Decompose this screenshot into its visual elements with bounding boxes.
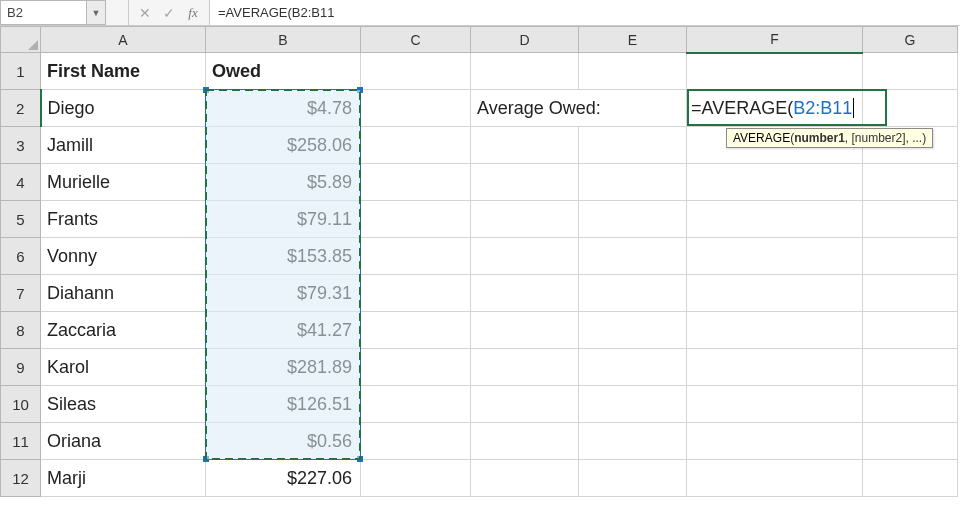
cell-C10[interactable] (361, 386, 471, 423)
cell-F5[interactable] (687, 201, 863, 238)
col-header-F[interactable]: F (687, 27, 863, 53)
row-header-1[interactable]: 1 (1, 53, 41, 90)
cell-F2[interactable]: =AVERAGE(B2:B11 (687, 90, 863, 127)
cell-E1[interactable] (579, 53, 687, 90)
cell-B8[interactable]: $41.27 (206, 312, 361, 349)
cell-A6[interactable]: Vonny (41, 238, 206, 275)
row-header-6[interactable]: 6 (1, 238, 41, 275)
col-header-A[interactable]: A (41, 27, 206, 53)
cell-A1[interactable]: First Name (41, 53, 206, 90)
cell-A3[interactable]: Jamill (41, 127, 206, 164)
cell-E7[interactable] (579, 275, 687, 312)
cell-G11[interactable] (863, 423, 958, 460)
cell-G10[interactable] (863, 386, 958, 423)
cell-C6[interactable] (361, 238, 471, 275)
cell-G8[interactable] (863, 312, 958, 349)
cell-D1[interactable] (471, 53, 579, 90)
cell-D6[interactable] (471, 238, 579, 275)
row-header-7[interactable]: 7 (1, 275, 41, 312)
cell-G9[interactable] (863, 349, 958, 386)
cell-C7[interactable] (361, 275, 471, 312)
cell-B7[interactable]: $79.31 (206, 275, 361, 312)
cell-E3[interactable] (579, 127, 687, 164)
cell-B1[interactable]: Owed (206, 53, 361, 90)
cell-E10[interactable] (579, 386, 687, 423)
cell-C3[interactable] (361, 127, 471, 164)
cell-B6[interactable]: $153.85 (206, 238, 361, 275)
cell-B9[interactable]: $281.89 (206, 349, 361, 386)
cell-G7[interactable] (863, 275, 958, 312)
cell-F9[interactable] (687, 349, 863, 386)
row-header-2[interactable]: 2 (1, 90, 41, 127)
cell-A11[interactable]: Oriana (41, 423, 206, 460)
cell-G2[interactable] (863, 90, 958, 127)
cell-B4[interactable]: $5.89 (206, 164, 361, 201)
cell-D11[interactable] (471, 423, 579, 460)
cell-D10[interactable] (471, 386, 579, 423)
cell-E8[interactable] (579, 312, 687, 349)
cell-G4[interactable] (863, 164, 958, 201)
cell-F10[interactable] (687, 386, 863, 423)
cell-B5[interactable]: $79.11 (206, 201, 361, 238)
name-box-dropdown[interactable]: ▼ (86, 0, 106, 25)
cell-F6[interactable] (687, 238, 863, 275)
row-header-4[interactable]: 4 (1, 164, 41, 201)
cell-G5[interactable] (863, 201, 958, 238)
cell-B10[interactable]: $126.51 (206, 386, 361, 423)
cell-E11[interactable] (579, 423, 687, 460)
cell-C11[interactable] (361, 423, 471, 460)
cell-D5[interactable] (471, 201, 579, 238)
cell-D7[interactable] (471, 275, 579, 312)
cell-A10[interactable]: Sileas (41, 386, 206, 423)
cell-F1[interactable] (687, 53, 863, 90)
cell-G6[interactable] (863, 238, 958, 275)
cell-C2[interactable] (361, 90, 471, 127)
cell-D2[interactable]: Average Owed: (471, 90, 687, 127)
row-header-8[interactable]: 8 (1, 312, 41, 349)
cell-A9[interactable]: Karol (41, 349, 206, 386)
cell-G1[interactable] (863, 53, 958, 90)
cell-D9[interactable] (471, 349, 579, 386)
cell-A2[interactable]: Diego (41, 90, 206, 127)
cell-A5[interactable]: Frants (41, 201, 206, 238)
cell-A8[interactable]: Zaccaria (41, 312, 206, 349)
row-header-3[interactable]: 3 (1, 127, 41, 164)
cell-E6[interactable] (579, 238, 687, 275)
cell-C5[interactable] (361, 201, 471, 238)
cell-D8[interactable] (471, 312, 579, 349)
cell-F8[interactable] (687, 312, 863, 349)
cell-B2[interactable]: $4.78 (206, 90, 361, 127)
cell-C8[interactable] (361, 312, 471, 349)
cell-A7[interactable]: Diahann (41, 275, 206, 312)
cancel-icon[interactable]: ✕ (135, 3, 155, 23)
cell-A4[interactable]: Murielle (41, 164, 206, 201)
row-header-11[interactable]: 11 (1, 423, 41, 460)
col-header-B[interactable]: B (206, 27, 361, 53)
formula-bar-input[interactable]: =AVERAGE(B2:B11 (209, 0, 960, 25)
cell-D12[interactable] (471, 460, 579, 497)
enter-icon[interactable]: ✓ (159, 3, 179, 23)
cell-F12[interactable] (687, 460, 863, 497)
cell-F11[interactable] (687, 423, 863, 460)
cell-B11[interactable]: $0.56 (206, 423, 361, 460)
cell-C9[interactable] (361, 349, 471, 386)
col-header-D[interactable]: D (471, 27, 579, 53)
cell-F4[interactable] (687, 164, 863, 201)
cell-D3[interactable] (471, 127, 579, 164)
cell-C1[interactable] (361, 53, 471, 90)
fx-icon[interactable]: fx (183, 3, 203, 23)
cell-E12[interactable] (579, 460, 687, 497)
cell-A12[interactable]: Marji (41, 460, 206, 497)
col-header-G[interactable]: G (863, 27, 958, 53)
row-header-9[interactable]: 9 (1, 349, 41, 386)
name-box[interactable]: B2 (0, 0, 86, 25)
cell-E9[interactable] (579, 349, 687, 386)
row-header-12[interactable]: 12 (1, 460, 41, 497)
cell-G12[interactable] (863, 460, 958, 497)
row-header-5[interactable]: 5 (1, 201, 41, 238)
cell-E4[interactable] (579, 164, 687, 201)
cell-C12[interactable] (361, 460, 471, 497)
cell-B12[interactable]: $227.06 (206, 460, 361, 497)
col-header-C[interactable]: C (361, 27, 471, 53)
row-header-10[interactable]: 10 (1, 386, 41, 423)
